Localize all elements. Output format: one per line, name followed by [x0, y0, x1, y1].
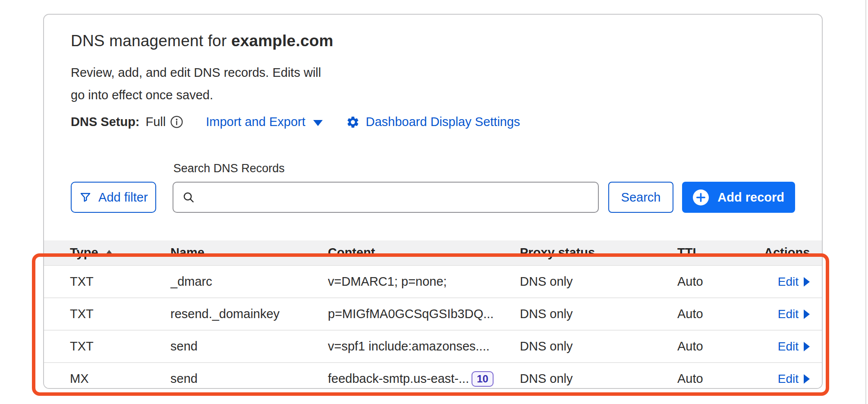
page-title-domain: example.com: [231, 32, 333, 50]
edit-record-button[interactable]: Edit: [778, 275, 810, 289]
dashboard-display-settings-label: Dashboard Display Settings: [366, 115, 520, 129]
cell-proxy-status: DNS only: [520, 339, 677, 354]
cell-proxy-status: DNS only: [520, 307, 677, 321]
search-button-label: Search: [621, 190, 661, 205]
gear-icon: [346, 115, 360, 129]
chevron-down-icon: [313, 120, 323, 126]
cell-type: TXT: [70, 275, 170, 289]
edit-label: Edit: [778, 340, 799, 354]
mx-priority-badge: 10: [472, 371, 494, 387]
import-export-link[interactable]: Import and Export: [206, 115, 323, 129]
page-title: DNS management for example.com: [71, 32, 795, 50]
page-title-prefix: DNS management for: [71, 32, 231, 50]
edit-record-button[interactable]: Edit: [778, 307, 810, 321]
dashboard-display-settings-link[interactable]: Dashboard Display Settings: [346, 115, 520, 129]
cell-content: feedback-smtp.us-east-... 10: [328, 371, 520, 387]
search-button[interactable]: Search: [608, 182, 674, 213]
card-content: DNS management for example.com Review, a…: [44, 15, 822, 213]
table-header-row: Type Name Content Proxy status TTL Actio…: [44, 240, 822, 265]
edit-label: Edit: [778, 307, 799, 321]
cell-ttl: Auto: [677, 339, 764, 354]
page-description-line: go into effect once saved.: [71, 84, 795, 106]
edit-record-button[interactable]: Edit: [778, 372, 810, 386]
info-icon[interactable]: [170, 115, 183, 129]
records-toolbar: Add filter Search DNS Records: [71, 162, 795, 213]
chevron-right-icon: [804, 342, 810, 351]
chevron-right-icon: [804, 277, 810, 287]
column-header-type-label: Type: [70, 246, 98, 260]
cell-name: resend._domainkey: [170, 307, 328, 321]
dns-setup-label: DNS Setup:: [71, 115, 140, 129]
cell-name: send: [170, 339, 328, 354]
table-row: TXT send v=spf1 include:amazonses.... DN…: [44, 330, 822, 362]
cell-ttl: Auto: [677, 372, 764, 386]
cell-type: TXT: [70, 339, 170, 354]
column-header-actions: Actions: [764, 246, 810, 260]
column-header-proxy-status: Proxy status: [520, 246, 677, 260]
page-right-edge-divider: [865, 0, 866, 404]
edit-record-button[interactable]: Edit: [778, 340, 810, 354]
cell-ttl: Auto: [677, 307, 764, 321]
dns-records-table: Type Name Content Proxy status TTL Actio…: [44, 240, 822, 389]
table-row: TXT _dmarc v=DMARC1; p=none; DNS only Au…: [44, 265, 822, 297]
chevron-right-icon: [804, 309, 810, 319]
cell-proxy-status: DNS only: [520, 372, 677, 386]
filter-icon: [79, 191, 92, 204]
chevron-right-icon: [804, 374, 810, 384]
column-header-content: Content: [328, 246, 520, 260]
record-content-text: feedback-smtp.us-east-...: [328, 372, 469, 386]
record-content-text: v=spf1 include:amazonses....: [328, 339, 490, 354]
table-row: MX send feedback-smtp.us-east-... 10 DNS…: [44, 362, 822, 389]
add-filter-label: Add filter: [98, 190, 148, 205]
search-icon: [182, 191, 195, 204]
dns-management-page: DNS management for example.com Review, a…: [0, 0, 868, 404]
search-group: Search DNS Records: [173, 162, 599, 213]
edit-label: Edit: [778, 372, 799, 386]
column-header-type[interactable]: Type: [70, 246, 170, 260]
cell-type: MX: [70, 372, 170, 386]
dns-setup-row: DNS Setup: Full Import and Export: [71, 115, 795, 129]
cell-name: send: [170, 372, 328, 386]
cell-content: v=DMARC1; p=none;: [328, 275, 520, 289]
plus-circle-icon: [693, 189, 709, 205]
cell-content: v=spf1 include:amazonses....: [328, 339, 520, 354]
sort-ascending-icon: [105, 250, 113, 256]
cell-proxy-status: DNS only: [520, 275, 677, 289]
table-row: TXT resend._domainkey p=MIGfMA0GCSqGSIb3…: [44, 297, 822, 330]
search-input[interactable]: [202, 190, 589, 205]
dns-setup-value: Full: [146, 115, 166, 129]
add-filter-button[interactable]: Add filter: [71, 182, 156, 213]
cell-content: p=MIGfMA0GCSqGSIb3DQ...: [328, 307, 520, 321]
page-description-line: Review, add, and edit DNS records. Edits…: [71, 61, 795, 84]
record-content-text: v=DMARC1; p=none;: [328, 275, 447, 289]
column-header-name: Name: [170, 246, 328, 260]
dns-management-card: DNS management for example.com Review, a…: [43, 14, 823, 389]
import-export-label: Import and Export: [206, 115, 305, 129]
column-header-ttl: TTL: [677, 246, 764, 260]
cell-type: TXT: [70, 307, 170, 321]
add-record-button[interactable]: Add record: [682, 182, 795, 213]
edit-label: Edit: [778, 275, 799, 289]
record-content-text: p=MIGfMA0GCSqGSIb3DQ...: [328, 307, 494, 321]
search-records-label: Search DNS Records: [173, 162, 599, 175]
search-input-container: [173, 182, 599, 213]
add-record-label: Add record: [717, 190, 784, 205]
cell-ttl: Auto: [677, 275, 764, 289]
page-description: Review, add, and edit DNS records. Edits…: [71, 61, 795, 106]
cell-name: _dmarc: [170, 275, 328, 289]
